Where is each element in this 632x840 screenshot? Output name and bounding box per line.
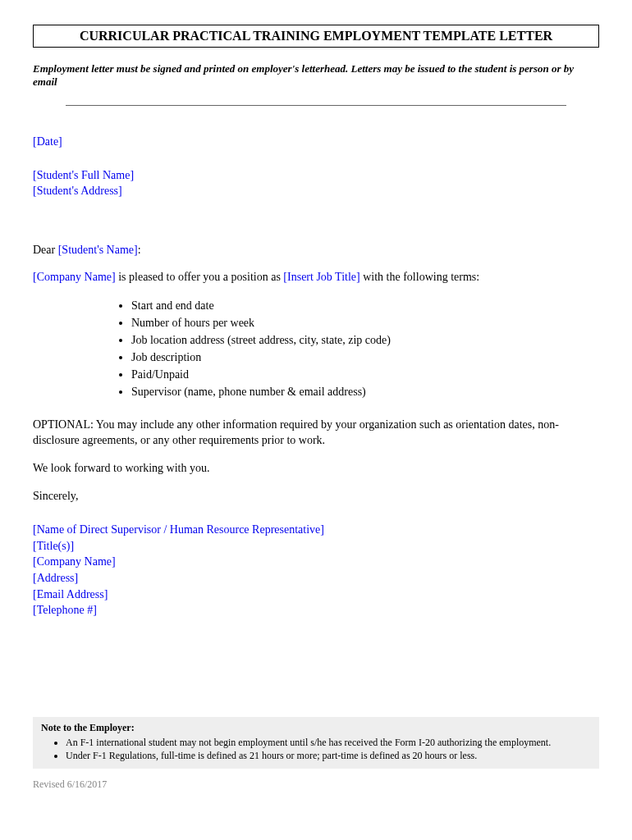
revised-date: Revised 6/16/2017 bbox=[33, 778, 599, 791]
note-list: An F-1 international student may not beg… bbox=[41, 736, 591, 762]
term-item: Job description bbox=[131, 349, 599, 366]
salutation-suffix: : bbox=[138, 244, 141, 256]
sincerely-text: Sincerely, bbox=[33, 488, 599, 504]
term-item: Job location address (street address, ci… bbox=[131, 331, 599, 349]
date-block: [Date] bbox=[33, 135, 599, 150]
signature-company: [Company Name] bbox=[33, 554, 599, 570]
optional-paragraph: OPTIONAL: You may include any other info… bbox=[33, 417, 599, 449]
signature-block: [Name of Direct Supervisor / Human Resou… bbox=[33, 522, 599, 619]
job-title-placeholder: [Insert Job Title] bbox=[283, 271, 360, 283]
offer-part1: is pleased to offer you a position as bbox=[116, 271, 284, 283]
instruction-text: Employment letter must be signed and pri… bbox=[33, 62, 599, 89]
recipient-block: [Student's Full Name] [Student's Address… bbox=[33, 168, 599, 199]
term-item: Supervisor (name, phone number & email a… bbox=[131, 383, 599, 400]
signature-address: [Address] bbox=[33, 570, 599, 587]
term-item: Number of hours per week bbox=[131, 314, 599, 331]
term-item: Start and end date bbox=[131, 297, 599, 314]
date-placeholder: [Date] bbox=[33, 135, 62, 148]
divider bbox=[66, 105, 566, 106]
offer-line: [Company Name] is pleased to offer you a… bbox=[33, 269, 599, 285]
offer-part2: with the following terms: bbox=[360, 271, 479, 283]
note-item: An F-1 international student may not beg… bbox=[66, 736, 591, 749]
document-title: CURRICULAR PRACTICAL TRAINING EMPLOYMENT… bbox=[33, 25, 599, 48]
salutation: Dear [Student's Name]: bbox=[33, 242, 599, 258]
terms-list: Start and end date Number of hours per w… bbox=[33, 297, 599, 400]
salutation-name: [Student's Name] bbox=[58, 244, 138, 256]
student-name-placeholder: [Student's Full Name] bbox=[33, 168, 599, 184]
student-address-placeholder: [Student's Address] bbox=[33, 184, 599, 199]
closing-paragraph: We look forward to working with you. bbox=[33, 460, 599, 477]
signature-email: [Email Address] bbox=[33, 587, 599, 603]
signature-telephone: [Telephone #] bbox=[33, 602, 599, 619]
signature-titles: [Title(s)] bbox=[33, 538, 599, 555]
note-title: Note to the Employer: bbox=[41, 722, 591, 734]
employer-note-box: Note to the Employer: An F-1 internation… bbox=[33, 717, 599, 769]
salutation-prefix: Dear bbox=[33, 244, 58, 256]
note-item: Under F-1 Regulations, full-time is defi… bbox=[66, 749, 591, 762]
term-item: Paid/Unpaid bbox=[131, 366, 599, 383]
company-placeholder: [Company Name] bbox=[33, 271, 116, 283]
signature-supervisor: [Name of Direct Supervisor / Human Resou… bbox=[33, 522, 599, 538]
